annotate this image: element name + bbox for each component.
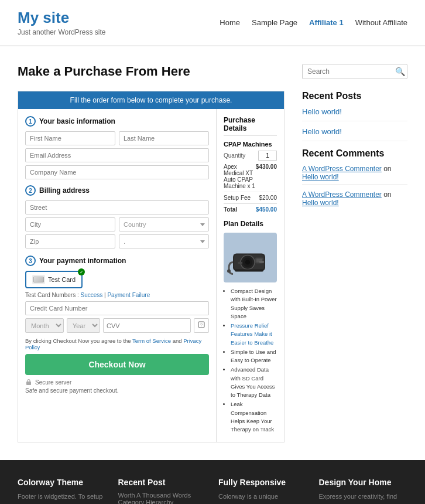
section-num-1: 1 (25, 116, 36, 127)
nav-home[interactable]: Home (220, 18, 240, 27)
site-tagline: Just another WordPress site (18, 28, 106, 36)
product-section-title: CPAP Machines (224, 141, 277, 148)
search-input[interactable] (307, 67, 395, 76)
checkout-body: 1 Your basic information (18, 109, 284, 442)
content-area: Make a Purchase From Here Fill the order… (18, 64, 285, 442)
fee-row: Setup Fee $20.00 (224, 192, 277, 201)
country-select[interactable]: Country (119, 217, 209, 231)
footer-col-2-link1[interactable]: Worth A Thousand Words (118, 492, 207, 499)
svg-text:?: ? (200, 322, 203, 328)
secure-text: Secure server (35, 379, 71, 386)
footer-col-3: Fully Responsive Colorway is a unique re… (218, 478, 307, 504)
expiry-row: Month Year ? (25, 318, 209, 333)
email-input[interactable] (25, 148, 209, 162)
product-price: $430.00 (256, 164, 277, 189)
sidebar: 🔍 Recent Posts Hello world! Hello world!… (302, 64, 407, 442)
comment-2: A WordPress Commenter on Hello world! (302, 190, 407, 207)
footer-col-3-text: Colorway is a unique responsive WordPres… (218, 492, 307, 504)
checkout-container: Fill the order form below to complete yo… (18, 91, 285, 442)
main-nav: Home Sample Page Affiliate 1 Without Aff… (220, 18, 407, 27)
year-select[interactable]: Year (67, 318, 100, 333)
footer-col-4-text: Express your creativity, find inspiratio… (319, 492, 408, 504)
section-billing: 2 Billing address (25, 185, 209, 196)
checkout-right: Purchase Details CPAP Machines Quantity … (217, 109, 284, 442)
section-payment-label: Your payment information (39, 257, 126, 265)
sidebar-post-2[interactable]: Hello world! (302, 127, 407, 136)
card-button[interactable]: Test Card ✓ (25, 271, 83, 288)
company-input[interactable] (25, 165, 209, 179)
footer-col-1-text: Footer is widgetized. To setup the foote… (18, 492, 107, 504)
footer-col-2-link2[interactable]: Category Hierarchy (118, 499, 207, 504)
plan-details-title: Plan Details (224, 220, 277, 228)
secure-row: Secure server (25, 379, 209, 386)
check-badge: ✓ (78, 268, 85, 275)
commenter-2-link[interactable]: A WordPress Commenter (302, 190, 382, 199)
site-title[interactable]: My site (18, 9, 69, 26)
cvv-input[interactable] (103, 318, 191, 333)
total-row: Total $450.00 (224, 203, 277, 213)
bullet-item: Pressure Relief Features Make it Easier … (231, 322, 277, 347)
cpap-image-svg (227, 237, 274, 278)
bullet-item: Simple to Use and Easy to Operate (231, 348, 277, 365)
city-country-row: Country (25, 217, 209, 231)
section-payment: 3 Your payment information (25, 256, 209, 266)
first-name-input[interactable] (25, 131, 115, 145)
tos-text: By clicking Checkout Now you agree to th… (25, 338, 209, 350)
city-input[interactable] (25, 217, 115, 231)
page-title: Make a Purchase From Here (18, 64, 285, 79)
product-name: Apex Medical XT Auto CPAP Machine x 1 (224, 164, 256, 189)
product-row: Apex Medical XT Auto CPAP Machine x 1 $4… (224, 164, 277, 189)
cc-row (25, 301, 209, 315)
card-icon (32, 275, 45, 284)
email-row (25, 148, 209, 162)
setup-fee: $20.00 (259, 195, 277, 201)
footer-col-4: Design Your Home Express your creativity… (319, 478, 408, 504)
svg-rect-10 (235, 269, 263, 271)
search-icon[interactable]: 🔍 (395, 67, 405, 76)
checkout-button[interactable]: Checkout Now (25, 354, 209, 375)
zip-select[interactable]: . (119, 234, 209, 248)
cc-input[interactable] (25, 301, 209, 315)
sidebar-post-1[interactable]: Hello world! (302, 107, 407, 116)
cvv-info-button[interactable]: ? (194, 318, 209, 333)
bullet-item: Leak Compensation Helps Keep Your Therap… (231, 400, 277, 434)
comment-post-2-link[interactable]: Hello world! (302, 199, 339, 207)
zip-row: . (25, 234, 209, 248)
total-amount: $450.00 (256, 206, 277, 213)
product-image (224, 233, 277, 282)
test-failure-link[interactable]: Payment Failure (107, 292, 150, 298)
plan-bullets: Compact Design with Built-In Power Suppl… (224, 287, 277, 434)
svg-point-7 (245, 260, 250, 264)
svg-point-11 (238, 261, 242, 264)
nav-without-affiliate[interactable]: Without Affiliate (355, 18, 407, 27)
footer-col-4-title: Design Your Home (319, 478, 408, 487)
month-select[interactable]: Month (25, 318, 64, 333)
safe-text: Safe and secure payment checkout. (25, 387, 209, 394)
last-name-input[interactable] (119, 131, 209, 145)
search-box: 🔍 (302, 64, 407, 79)
footer-col-1-title: Colorway Theme (18, 478, 107, 487)
section-basic-label: Your basic information (39, 117, 115, 125)
site-header: My site Just another WordPress site Home… (0, 0, 425, 46)
checkout-left: 1 Your basic information (18, 109, 217, 442)
recent-posts-title: Recent Posts (302, 91, 407, 101)
nav-sample-page[interactable]: Sample Page (252, 18, 297, 27)
test-success-link[interactable]: Success (80, 292, 102, 298)
zip-input[interactable] (25, 234, 115, 248)
test-card-info: Test Card Numbers : Success | Payment Fa… (25, 292, 209, 298)
comment-post-1-link[interactable]: Hello world! (302, 173, 339, 181)
svg-rect-12 (259, 261, 264, 263)
checkout-header: Fill the order form below to complete yo… (18, 91, 284, 109)
site-footer: Colorway Theme Footer is widgetized. To … (0, 460, 425, 504)
privacy-link[interactable]: Privacy Policy (25, 338, 201, 350)
nav-affiliate-1[interactable]: Affiliate 1 (309, 18, 344, 27)
street-input[interactable] (25, 200, 209, 214)
commenter-1-link[interactable]: A WordPress Commenter (302, 165, 382, 173)
total-label: Total (224, 206, 237, 213)
site-branding: My site Just another WordPress site (18, 9, 106, 36)
tos-link[interactable]: Term of Service (132, 338, 171, 344)
recent-comments-title: Recent Comments (302, 148, 407, 159)
qty-label: Quantity (224, 152, 245, 159)
qty-input[interactable] (258, 151, 277, 161)
section-num-3: 3 (25, 256, 36, 266)
